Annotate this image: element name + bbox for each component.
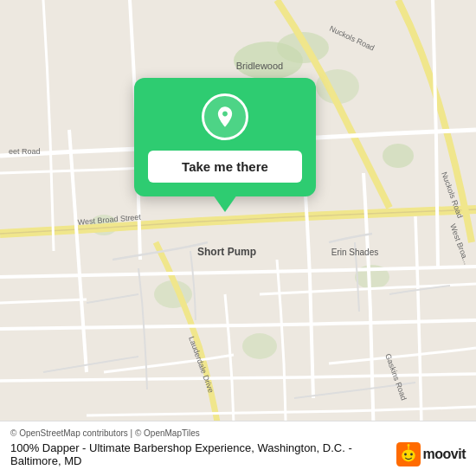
map-container: Bridlewood Short Pump Erin Shades West B… [0,0,476,476]
svg-point-10 [404,453,407,456]
bridlewood-label: Bridlewood [236,61,283,71]
bottom-bar: © OpenStreetMap contributors | © OpenMap… [0,421,476,476]
map-background: Bridlewood Short Pump Erin Shades West B… [0,0,476,476]
erin-shades-label: Erin Shades [331,248,378,257]
svg-point-9 [402,449,415,461]
street-road-label: eet Road [9,147,41,156]
moovit-icon-svg [396,442,421,466]
road-svg: Bridlewood Short Pump Erin Shades West B… [0,0,476,476]
location-title-text: 100% Dapper - Ultimate Barbershop Experi… [10,441,396,467]
svg-point-5 [242,333,277,359]
location-title-row: 100% Dapper - Ultimate Barbershop Experi… [10,441,466,467]
short-pump-label: Short Pump [197,246,256,258]
svg-point-11 [410,453,413,456]
nuckols-road-label-top: Nuckols Road [328,24,376,53]
location-card: Take me there [134,78,316,196]
attribution-text: © OpenStreetMap contributors | © OpenMap… [10,428,466,438]
moovit-text: moovit [423,447,466,462]
svg-point-3 [383,144,414,168]
location-icon-circle [202,93,248,140]
moovit-logo: moovit [396,442,466,466]
take-me-there-button[interactable]: Take me there [148,151,302,183]
card-pointer [213,195,237,212]
location-pin-icon [213,105,237,129]
svg-point-13 [407,444,409,447]
